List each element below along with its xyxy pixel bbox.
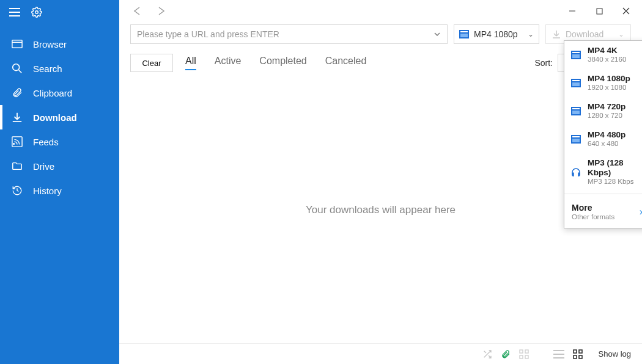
- svg-rect-13: [579, 350, 582, 353]
- sidebar-item-clipboard[interactable]: Clipboard: [0, 81, 119, 105]
- svg-rect-26: [572, 136, 580, 137]
- sidebar-item-label: Browser: [33, 39, 67, 49]
- svg-rect-23: [572, 108, 580, 109]
- sidebar-item-browser[interactable]: Browser: [0, 32, 119, 56]
- sidebar-item-label: Drive: [33, 161, 54, 172]
- svg-rect-11: [525, 355, 528, 359]
- svg-rect-14: [574, 355, 577, 359]
- video-icon: [570, 78, 581, 89]
- sidebar-item-label: Clipboard: [33, 88, 72, 98]
- video-icon: [459, 30, 469, 38]
- show-log-link[interactable]: Show log: [599, 349, 631, 359]
- shuffle-icon[interactable]: [482, 349, 492, 359]
- svg-rect-20: [572, 80, 580, 81]
- chevron-down-icon[interactable]: [434, 31, 441, 38]
- url-placeholder: Please type a URL and press ENTER: [137, 29, 279, 39]
- sidebar-item-search[interactable]: Search: [0, 56, 119, 81]
- window-maximize-button[interactable]: [587, 2, 611, 20]
- sidebar-item-feeds[interactable]: Feeds: [0, 129, 119, 154]
- svg-rect-15: [579, 355, 582, 359]
- sidebar-item-label: Download: [33, 112, 77, 123]
- nav-forward-button[interactable]: [155, 4, 168, 18]
- video-icon: [570, 134, 581, 145]
- titlebar: [119, 0, 642, 22]
- search-icon: [11, 62, 23, 75]
- chevron-right-icon: ›: [640, 206, 642, 217]
- svg-rect-7: [460, 34, 468, 37]
- svg-rect-4: [597, 9, 602, 14]
- main-area: Please type a URL and press ENTER MP4 10…: [119, 0, 642, 364]
- nav-back-button[interactable]: [130, 4, 144, 18]
- empty-state-message: Your downloads will appear here: [306, 204, 456, 216]
- sidebar-item-label: Search: [33, 64, 62, 74]
- settings-icon[interactable]: [31, 6, 43, 18]
- window-minimize-button[interactable]: [560, 2, 585, 20]
- browser-icon: [11, 38, 23, 50]
- format-option-1080p[interactable]: MP4 1080p1920 x 1080: [564, 69, 642, 97]
- tab-canceled[interactable]: Canceled: [325, 56, 367, 70]
- svg-point-2: [13, 64, 20, 71]
- chevron-down-icon: ⌄: [618, 30, 624, 38]
- headphones-icon: [570, 167, 581, 178]
- tab-all[interactable]: All: [185, 56, 196, 70]
- download-button-label: Download: [566, 29, 603, 39]
- format-option-480p[interactable]: MP4 480p640 x 480: [564, 125, 642, 153]
- paperclip-icon: [11, 87, 23, 99]
- chevron-down-icon: ⌄: [528, 30, 534, 38]
- svg-rect-10: [520, 355, 523, 359]
- format-option-mp3[interactable]: MP3 (128 Kbps)MP3 128 Kbps: [564, 153, 642, 191]
- paperclip-icon[interactable]: [501, 349, 511, 359]
- grid-view-icon[interactable]: [573, 349, 583, 359]
- history-icon: [11, 184, 23, 197]
- video-icon: [570, 106, 581, 117]
- folder-icon: [11, 160, 23, 172]
- svg-rect-12: [574, 350, 577, 353]
- sidebar-item-drive[interactable]: Drive: [0, 154, 119, 178]
- svg-rect-18: [572, 54, 580, 58]
- apps-icon[interactable]: [519, 349, 529, 359]
- rss-icon: [11, 136, 23, 148]
- svg-rect-6: [460, 31, 468, 32]
- filter-tabs: All Active Completed Canceled: [185, 56, 366, 70]
- download-icon: [552, 30, 561, 38]
- clear-button[interactable]: Clear: [130, 54, 173, 72]
- svg-rect-1: [12, 40, 22, 48]
- svg-rect-27: [572, 139, 580, 142]
- format-dropdown: MP4 4K3840 x 2160 MP4 1080p1920 x 1080 M…: [564, 40, 642, 228]
- sort-label: Sort:: [534, 58, 553, 68]
- tab-active[interactable]: Active: [215, 56, 242, 70]
- video-icon: [570, 49, 581, 60]
- sidebar-item-history[interactable]: History: [0, 178, 119, 203]
- format-option-4k[interactable]: MP4 4K3840 x 2160: [564, 41, 642, 69]
- format-selected-label: MP4 1080p: [474, 29, 523, 39]
- download-icon: [11, 111, 23, 123]
- format-option-720p[interactable]: MP4 720p1280 x 720: [564, 97, 642, 125]
- sidebar-item-label: History: [33, 186, 62, 196]
- svg-rect-8: [520, 350, 523, 353]
- separator: [564, 194, 642, 194]
- window-close-button[interactable]: [614, 2, 638, 20]
- format-option-more[interactable]: MoreOther formats ›: [564, 197, 642, 228]
- svg-rect-17: [572, 52, 580, 53]
- sidebar-item-label: Feeds: [33, 137, 59, 147]
- tab-completed[interactable]: Completed: [259, 56, 306, 70]
- svg-rect-24: [572, 111, 580, 114]
- svg-rect-21: [572, 82, 580, 86]
- sidebar-item-download[interactable]: Download: [0, 105, 119, 129]
- svg-rect-9: [525, 350, 528, 353]
- sidebar: Browser Search Clipboard Download Feeds …: [0, 0, 119, 364]
- svg-rect-3: [12, 137, 22, 147]
- format-select[interactable]: MP4 1080p ⌄: [454, 24, 539, 44]
- list-view-icon[interactable]: [553, 350, 564, 359]
- url-input[interactable]: Please type a URL and press ENTER: [130, 24, 448, 44]
- hamburger-icon[interactable]: [9, 6, 21, 18]
- statusbar: Show log: [119, 343, 642, 364]
- svg-point-0: [35, 11, 39, 14]
